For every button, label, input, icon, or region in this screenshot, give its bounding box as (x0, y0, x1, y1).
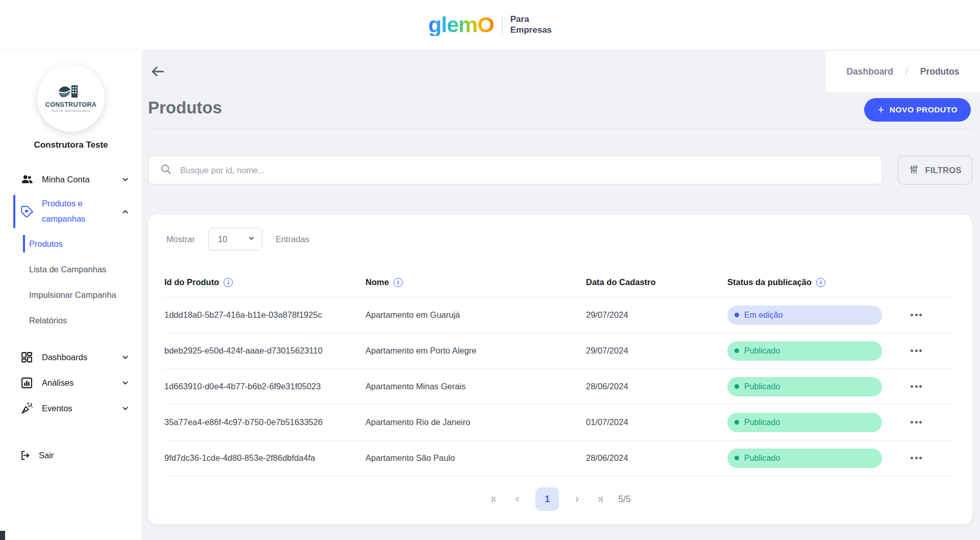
first-page-icon[interactable] (489, 495, 499, 504)
sidebar: CONSTRUTORA TESTE ENGENHARIA Construtora… (0, 50, 142, 540)
new-product-label: NOVO PRODUTO (890, 105, 958, 114)
info-icon[interactable]: i (816, 278, 825, 287)
glemo-wordmark: glemO (428, 14, 494, 36)
sidebar-subitem-lista-de-campanhas[interactable]: Lista de Campanhas (0, 256, 142, 282)
products-table: Id do Produto i Nome i Data do Cadastro … (164, 268, 952, 476)
breadcrumb-current: Produtos (920, 66, 960, 77)
status-label: Em edição (744, 311, 783, 320)
product-name: Apartamento Minas Gerais (365, 382, 586, 391)
plus-icon: + (877, 104, 884, 115)
filters-button[interactable]: FILTROS (898, 156, 972, 184)
filters-label: FILTROS (925, 166, 961, 175)
bar-chart-icon (20, 376, 34, 389)
page-size-row: Mostrar 10 Entradas (148, 215, 972, 250)
construtora-logo-icon (57, 84, 85, 99)
row-actions-menu-icon[interactable] (904, 308, 952, 323)
sidebar-subitem-produtos[interactable]: Produtos (0, 231, 142, 256)
sidebar-item-minha-conta[interactable]: Minha Conta (0, 167, 142, 192)
status-label: Publicado (744, 346, 780, 356)
product-id: 9fd7dc36-1cde-4d80-853e-2f86dbfda4fa (164, 453, 365, 463)
status-dot-icon (734, 384, 739, 389)
dashboard-icon (20, 350, 34, 364)
search-box (148, 156, 883, 184)
tune-icon (909, 164, 919, 177)
tag-heart-icon (20, 205, 34, 218)
sidebar-item-label: Dashboards (42, 353, 87, 362)
search-input[interactable] (179, 165, 882, 176)
page-indicator: 5/5 (618, 494, 630, 505)
logout-label: Sair (39, 451, 54, 460)
last-page-icon[interactable] (595, 495, 605, 504)
status-badge: Publicado (727, 413, 882, 432)
status-dot-icon (734, 420, 739, 425)
subitem-label: Lista de Campanhas (29, 265, 106, 274)
search-icon (160, 163, 172, 177)
app-root: glemO Para Empresas CONSTRUTORA TESTE (0, 0, 980, 540)
back-arrow-icon (150, 74, 166, 81)
pagination: 1 5/5 (148, 487, 972, 511)
sidebar-item-dashboards[interactable]: Dashboards (0, 344, 142, 370)
sidebar-item-produtos-e-campanhas[interactable]: Produtos e campanhas (0, 192, 142, 231)
chevron-down-icon (121, 404, 130, 413)
table-row: 9fd7dc36-1cde-4d80-853e-2f86dbfda4fa Apa… (164, 440, 952, 476)
row-actions-menu-icon[interactable] (904, 379, 952, 394)
row-actions-menu-icon[interactable] (904, 343, 952, 359)
org-logo-title: CONSTRUTORA (45, 101, 96, 108)
next-page-icon[interactable] (572, 495, 582, 504)
chevron-down-icon (248, 234, 255, 244)
product-id: 35a77ea4-e86f-4c97-b750-0e7b51633526 (164, 417, 365, 427)
org-logo-subtitle: TESTE ENGENHARIA (51, 109, 91, 112)
info-icon[interactable]: i (394, 278, 403, 287)
logout-icon (19, 449, 32, 462)
page-size-select[interactable]: 10 (208, 228, 262, 250)
product-name: Apartamento em Guarujá (365, 310, 586, 320)
page-size-value: 10 (218, 234, 227, 244)
sidebar-item-label: Análises (42, 378, 74, 388)
sidebar-item-label: Eventos (42, 404, 72, 413)
brand-tagline-line1: Para (510, 14, 552, 25)
back-button[interactable] (149, 63, 166, 81)
previous-page-icon[interactable] (512, 495, 522, 504)
search-toolbar: FILTROS (148, 156, 972, 184)
product-name: Apartamento São Paulo (365, 453, 586, 463)
products-card: Mostrar 10 Entradas Id do Produto i (148, 215, 972, 524)
sidebar-nav: Minha Conta Produtos e campanhas (0, 167, 142, 468)
status-badge: Publicado (727, 377, 882, 396)
subitem-label: Relatórios (29, 316, 67, 325)
brand-logo: glemO Para Empresas (428, 14, 552, 36)
top-header: glemO Para Empresas (0, 0, 980, 50)
new-product-button[interactable]: + NOVO PRODUTO (864, 98, 971, 122)
brand-tagline: Para Empresas (510, 14, 552, 35)
sidebar-subitem-impulsionar-campanha[interactable]: Impulsionar Campanha (0, 282, 142, 308)
current-page-button[interactable]: 1 (535, 487, 559, 511)
chevron-down-icon (121, 379, 130, 387)
products-submenu: Produtos Lista de Campanhas Impulsionar … (0, 231, 142, 333)
breadcrumb: Dashboard / Produtos (826, 51, 980, 92)
status-badge: Publicado (727, 449, 882, 468)
chevron-up-icon (121, 207, 130, 216)
entries-label: Entradas (276, 234, 309, 244)
subitem-label: Produtos (29, 239, 63, 249)
info-icon[interactable]: i (224, 278, 233, 287)
breadcrumb-separator: / (905, 66, 908, 77)
product-id: 1d663910-d0e4-4b77-b6b2-6f9e31f05023 (164, 382, 365, 391)
row-actions-menu-icon[interactable] (904, 415, 952, 430)
product-name: Apartamento Rio de Janeiro (365, 417, 586, 427)
sidebar-item-eventos[interactable]: Eventos (0, 395, 142, 421)
subitem-label: Impulsionar Campanha (29, 290, 116, 300)
column-header-status: Status da publicação i (727, 277, 904, 287)
active-group-indicator (13, 195, 15, 228)
sidebar-subitem-relatorios[interactable]: Relatórios (0, 308, 142, 333)
corner-mark (0, 531, 5, 540)
product-date: 01/07/2024 (586, 417, 727, 427)
sidebar-item-sair[interactable]: Sair (0, 442, 142, 468)
chevron-down-icon (121, 175, 130, 184)
table-header-row: Id do Produto i Nome i Data do Cadastro … (164, 268, 952, 297)
org-avatar: CONSTRUTORA TESTE ENGENHARIA (37, 64, 105, 132)
chevron-down-icon (121, 353, 130, 362)
breadcrumb-dashboard[interactable]: Dashboard (846, 66, 893, 77)
table-row: 35a77ea4-e86f-4c97-b750-0e7b51633526 Apa… (164, 405, 952, 440)
row-actions-menu-icon[interactable] (904, 451, 952, 466)
sidebar-item-analises[interactable]: Análises (0, 370, 142, 395)
product-date: 28/06/2024 (586, 453, 727, 463)
